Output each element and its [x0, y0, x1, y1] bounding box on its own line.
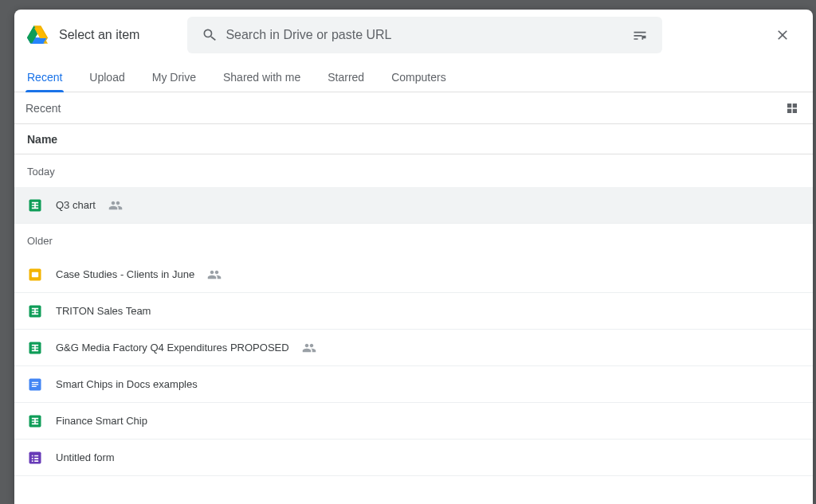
sheets-file-icon — [27, 413, 43, 429]
grid-view-toggle[interactable] — [783, 99, 802, 118]
tab-recent[interactable]: Recent — [26, 71, 64, 92]
tab-my-drive[interactable]: My Drive — [151, 71, 198, 92]
column-header-row: Name — [14, 124, 813, 154]
close-button[interactable] — [767, 19, 798, 51]
tab-upload[interactable]: Upload — [88, 71, 126, 92]
sheets-file-icon — [27, 197, 43, 213]
file-name: Q3 chart — [56, 199, 96, 211]
file-name: Case Studies - Clients in June — [56, 268, 194, 280]
shared-icon — [108, 198, 123, 213]
file-row[interactable]: Q3 chart — [14, 187, 813, 224]
file-row[interactable]: Smart Chips in Docs examples — [14, 366, 813, 403]
file-row[interactable]: G&G Media Factory Q4 Expenditures PROPOS… — [14, 330, 813, 366]
file-row[interactable]: Finance Smart Chip — [14, 403, 813, 440]
file-name: G&G Media Factory Q4 Expenditures PROPOS… — [56, 342, 289, 354]
column-header-name: Name — [27, 133, 57, 146]
search-icon — [194, 27, 226, 43]
dialog-title: Select an item — [59, 28, 139, 42]
tab-starred[interactable]: Starred — [326, 71, 366, 92]
docs-file-icon — [27, 377, 43, 393]
search-box[interactable] — [187, 17, 662, 53]
tab-computers[interactable]: Computers — [390, 71, 447, 92]
sheets-file-icon — [27, 340, 43, 356]
forms-file-icon — [27, 450, 43, 466]
file-row[interactable]: TRITON Sales Team — [14, 293, 813, 330]
breadcrumb-row: Recent — [14, 92, 813, 124]
search-input[interactable] — [226, 28, 624, 42]
shared-icon — [302, 341, 316, 355]
dialog-header: Select an item — [14, 10, 813, 61]
search-filters-button[interactable] — [624, 19, 656, 51]
section-label: Older — [14, 224, 813, 256]
drive-picker-dialog: Select an item RecentUploadMy DriveShare… — [14, 10, 813, 504]
file-row[interactable]: Untitled form — [14, 440, 813, 476]
section-label: Today — [14, 154, 813, 187]
file-name: TRITON Sales Team — [56, 305, 151, 317]
shared-icon — [207, 268, 222, 282]
sheets-file-icon — [27, 303, 43, 319]
file-row[interactable]: Case Studies - Clients in June — [14, 256, 813, 293]
file-list[interactable]: TodayQ3 chartOlderCase Studies - Clients… — [14, 154, 813, 504]
file-name: Finance Smart Chip — [56, 415, 147, 427]
slides-file-icon — [27, 267, 43, 283]
tab-bar: RecentUploadMy DriveShared with meStarre… — [14, 61, 813, 92]
drive-logo-icon — [27, 25, 48, 45]
file-name: Smart Chips in Docs examples — [56, 378, 198, 390]
tab-shared-with-me[interactable]: Shared with me — [222, 71, 302, 92]
breadcrumb: Recent — [26, 102, 61, 115]
svg-rect-12 — [32, 272, 38, 277]
file-name: Untitled form — [56, 451, 115, 463]
